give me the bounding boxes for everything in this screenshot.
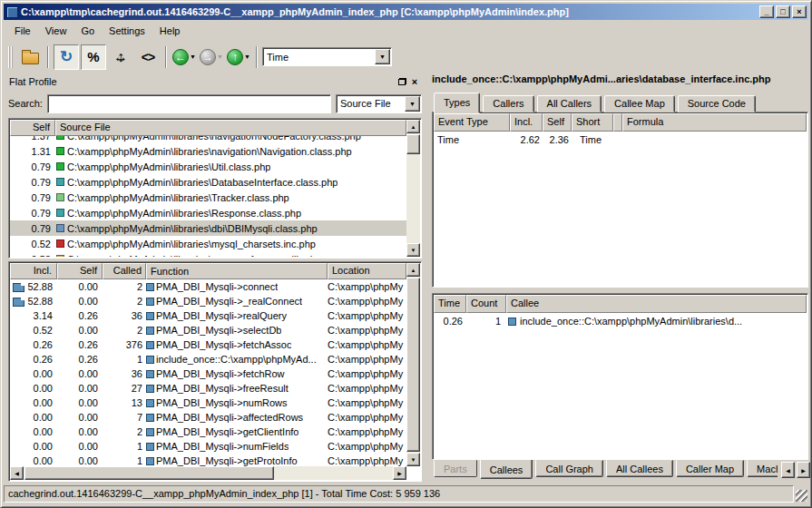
column-header-called[interactable]: Called [103,263,146,279]
function-row[interactable]: 0.260.26376PMA_DBI_Mysqli->fetchAssocC:\… [10,337,406,352]
callee-row[interactable]: 0.261include_once::C:\xampp\phpMyAdmin\l… [434,313,807,329]
function-row[interactable]: 0.000.0027PMA_DBI_Mysqli->freeResultC:\x… [10,381,406,396]
tab-source-code[interactable]: Source Code [678,95,756,112]
function-name[interactable]: PMA_DBI_Mysqli->affectedRows [146,412,328,423]
function-name[interactable]: PMA_DBI_Mysqli->realQuery [146,310,328,321]
function-name[interactable]: PMA_DBI_Mysqli->getClientInfo [146,426,328,437]
scrollbar-thumb[interactable] [24,466,274,480]
file-row[interactable]: 0.79C:\xampp\phpMyAdmin\libraries\Util.c… [10,159,406,174]
minimize-button[interactable]: _ [759,5,774,18]
close-button[interactable]: × [792,5,807,18]
dock-close-button[interactable]: × [408,75,421,87]
function-row[interactable]: 0.520.002PMA_DBI_Mysqli->selectDbC:\xamp… [10,323,406,337]
scroll-up-button[interactable]: ▲ [406,120,420,133]
scroll-down-button[interactable]: ▼ [406,453,420,466]
function-table-hscrollbar[interactable]: ◀ ▶ [10,466,406,480]
tab-scroll-left-button[interactable]: ◀ [781,462,795,478]
column-header-self[interactable]: Self [10,120,55,136]
menu-help[interactable]: Help [152,24,188,38]
tab-call-graph[interactable]: Call Graph [535,460,603,477]
column-header-incl-[interactable]: Incl. [510,113,543,132]
function-row[interactable]: 0.000.0013PMA_DBI_Mysqli->numRowsC:\xamp… [10,396,406,410]
up-button[interactable]: ↑▼ [226,44,251,70]
column-header-self[interactable]: Self [543,113,572,132]
tab-callees[interactable]: Callees [480,460,533,479]
function-name[interactable]: PMA_DBI_Mysqli->fetchRow [146,368,328,379]
function-name[interactable]: PMA_DBI_Mysqli->selectDb [146,325,328,336]
function-name[interactable]: PMA_DBI_Mysqli->getProtoInfo [146,455,328,466]
event-type-row[interactable]: Time2.622.36Time [434,132,807,147]
tab-all-callers[interactable]: All Callers [537,95,602,112]
search-input[interactable] [47,94,331,113]
group-by-selector[interactable]: Source File ▼ [336,94,422,113]
open-file-button[interactable] [17,44,43,70]
file-row[interactable]: 1.37C:\xampp\phpMyAdmin\libraries\naviga… [10,136,406,143]
scrollbar-thumb[interactable] [406,134,420,154]
chevron-down-icon[interactable]: ▼ [405,96,420,112]
event-type-selector[interactable]: Time ▼ [262,47,392,66]
file-list-vscrollbar[interactable]: ▲ ▼ [406,120,420,257]
function-row[interactable]: 52.880.002PMA_DBI_Mysqli->connectC:\xamp… [10,279,406,294]
cycle-detection-button[interactable]: <> [135,44,161,70]
function-name[interactable]: PMA_DBI_Mysqli->connect [146,281,328,292]
scroll-right-button[interactable]: ▶ [393,466,406,480]
function-name[interactable]: PMA_DBI_Mysqli->fetchAssoc [146,339,328,350]
tab-types[interactable]: Types [434,93,480,113]
tab-scroll-right-button[interactable]: ▶ [797,462,810,478]
expand-areas-button[interactable]: ↔↕ [108,44,133,70]
tab-callee-map[interactable]: Callee Map [604,95,675,112]
column-header-incl-[interactable]: Incl. [10,263,57,279]
scroll-down-button[interactable]: ▼ [406,243,420,257]
tab-caller-map[interactable]: Caller Map [676,460,744,477]
title-bar[interactable]: C:\xampp\tmp\cachegrind.out.1416463299-C… [4,4,808,20]
function-name[interactable]: PMA_DBI_Mysqli->numFields [146,441,328,452]
file-row[interactable]: 0.79C:\xampp\phpMyAdmin\libraries\Databa… [10,174,406,190]
column-header-event-type[interactable]: Event Type [434,113,510,132]
scroll-left-button[interactable]: ◀ [10,466,24,480]
dock-title-bar[interactable]: Flat Profile × [5,73,425,89]
file-row[interactable]: 1.31C:\xampp\phpMyAdmin\libraries\naviga… [10,143,406,159]
function-row[interactable]: 3.140.2636PMA_DBI_Mysqli->realQueryC:\xa… [10,308,406,323]
function-row[interactable]: 0.000.001PMA_DBI_Mysqli->getProtoInfoC:\… [10,454,406,466]
menu-settings[interactable]: Settings [102,24,152,38]
reload-button[interactable]: ↻ [54,44,79,70]
column-header-formula[interactable]: Formula [622,113,807,132]
dock-float-button[interactable] [396,75,408,87]
function-row[interactable]: 52.880.002PMA_DBI_Mysqli->_realConnectC:… [10,294,406,308]
column-header-sep[interactable] [613,113,622,132]
tab-all-callees[interactable]: All Callees [606,460,673,477]
function-name[interactable]: PMA_DBI_Mysqli->freeResult [146,383,328,394]
function-name[interactable]: PMA_DBI_Mysqli->numRows [146,397,328,408]
function-row[interactable]: 0.000.007PMA_DBI_Mysqli->affectedRowsC:\… [10,410,406,425]
file-row[interactable]: 0.79C:\xampp\phpMyAdmin\libraries\Respon… [10,205,406,220]
file-row[interactable]: 0.79C:\xampp\phpMyAdmin\libraries\dbi\DB… [10,220,406,236]
column-header-source-file[interactable]: Source File [55,120,406,136]
function-name[interactable]: PMA_DBI_Mysqli->_realConnect [146,296,328,307]
function-row[interactable]: 0.000.001PMA_DBI_Mysqli->numFieldsC:\xam… [10,439,406,454]
scrollbar-thumb[interactable] [406,278,420,452]
toolbar-handle[interactable] [8,46,13,68]
column-header-function[interactable]: Function [146,263,328,279]
menu-file[interactable]: File [7,24,38,38]
menu-go[interactable]: Go [73,24,102,38]
resize-grip[interactable] [796,490,807,502]
back-button[interactable]: ←▼ [171,44,197,70]
file-row[interactable]: 0.52C:\xampp\phpMyAdmin\libraries\mysql_… [10,236,406,251]
forward-button[interactable]: →▼ [199,44,224,70]
column-header-short[interactable]: Short [572,113,613,132]
scroll-up-button[interactable]: ▲ [406,263,420,277]
function-table-vscrollbar[interactable]: ▲ ▼ [406,263,420,466]
file-row[interactable]: 0.52C:\xampp\phpMyAdmin\libraries\user_p… [10,251,406,257]
maximize-button[interactable]: □ [776,5,790,18]
percent-toggle-button[interactable]: % [81,44,106,70]
column-header-time[interactable]: Time [434,295,466,313]
column-header-self[interactable]: Self [57,263,103,279]
column-header-count[interactable]: Count [466,295,506,313]
function-name[interactable]: include_once::C:\xampp\phpMyAd... [146,354,328,365]
file-row[interactable]: 0.79C:\xampp\phpMyAdmin\libraries\Tracke… [10,190,406,205]
function-row[interactable]: 0.000.002PMA_DBI_Mysqli->getClientInfoC:… [10,425,406,439]
column-header-location[interactable]: Location [328,263,406,279]
column-header-callee[interactable]: Callee [506,295,807,313]
chevron-down-icon[interactable]: ▼ [375,49,390,64]
tab-callers[interactable]: Callers [483,95,533,112]
